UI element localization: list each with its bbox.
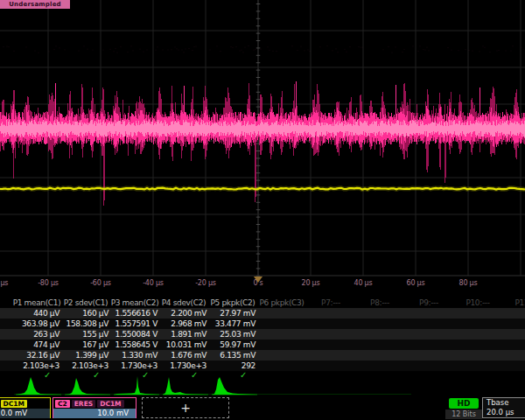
time-axis-label: -60 µs (74, 279, 127, 287)
histicon-P3 (114, 374, 159, 396)
measurement-header-9[interactable]: P9:--- (404, 298, 453, 308)
measurement-header-6[interactable]: P6 pkpk(C3) (257, 298, 306, 308)
measurement-header-3[interactable]: P3 mean(C2) (110, 298, 159, 308)
waveform-display (0, 0, 525, 276)
histicon-P2 (65, 374, 110, 396)
measurement-value: 25.03 mV (208, 329, 257, 340)
measurement-stats-row: 32.16 µV1.399 µV1.330 mV1.676 mV6.135 mV (0, 350, 525, 360)
channel-c1-descriptor[interactable]: DC1M 10.0 mV (0, 397, 51, 418)
measurement-value: 1.730e+3 (159, 360, 208, 371)
histicon-P4 (163, 374, 208, 396)
measurement-value: 59.97 mV (208, 340, 257, 350)
measurement-value: 1.557591 V (110, 318, 159, 329)
c2-eres-badge: ERES (72, 400, 95, 408)
measurement-header-row: P1 mean(C1)P2 sdev(C1)P3 mean(C2)P4 sdev… (0, 298, 525, 308)
measurement-value: 2.968 mV (159, 318, 208, 329)
measurement-stats-row: 2.103e+32.103e+31.730e+31.730e+3292 (0, 360, 525, 371)
c2-label-badge: C2 (55, 400, 70, 408)
measurement-value: 1.556616 V (110, 308, 159, 318)
measurement-value: 2.200 mV (159, 308, 208, 318)
measurement-stats-row: 363.98 µV158.308 µV1.557591 V2.968 mV33.… (0, 318, 525, 329)
plus-icon: + (180, 401, 191, 415)
measurement-header-8[interactable]: P8:--- (355, 298, 404, 308)
measurement-value: 1.676 mV (159, 350, 208, 360)
measurement-stats-row: 474 µV167 µV1.558645 V10.031 mV59.97 mV (0, 340, 525, 350)
measurement-stats-row: 263 µV155 µV1.550084 V1.891 mV25.03 mV (0, 329, 525, 340)
measurement-header-11[interactable]: P11:--- (502, 298, 525, 308)
histicon-P5 (212, 374, 257, 396)
measurement-header-2[interactable]: P2 sdev(C1) (61, 298, 110, 308)
timebase-label: Tbase (483, 398, 525, 408)
time-axis-label: 80 µs (442, 279, 494, 287)
hd-mode-badge[interactable]: HD (449, 398, 479, 409)
c1-coupling-badge: DC1M (1, 400, 27, 408)
measurement-header-10[interactable]: P10:--- (453, 298, 502, 308)
measurement-header-5[interactable]: P5 pkpk(C2) (208, 298, 257, 308)
measurement-value: 1.891 mV (159, 329, 208, 340)
time-axis-label: 40 µs (337, 279, 389, 287)
measurement-value: 2.103e+3 (12, 360, 61, 371)
measurement-value: 155 µV (61, 329, 110, 340)
measurement-table: P1 mean(C1)P2 sdev(C1)P3 mean(C2)P4 sdev… (0, 298, 525, 380)
timebase-descriptor[interactable]: Tbase 20.0 µs (482, 397, 525, 418)
measurement-header-4[interactable]: P4 sdev(C2) (159, 298, 208, 308)
time-axis: -100 µs-80 µs-60 µs-40 µs-20 µs0 s20 µs4… (0, 276, 525, 294)
measurement-value: 6.135 mV (208, 350, 257, 360)
time-axis-label: -20 µs (179, 279, 232, 287)
c2-coupling-badge: DC1M (97, 400, 123, 408)
measurement-stats-row: 440 µV160 µV1.556616 V2.200 mV27.97 mV (0, 308, 525, 318)
measurement-value: 1.330 mV (110, 350, 159, 360)
measurement-value: 33.477 mV (208, 318, 257, 329)
time-axis-label: 20 µs (284, 279, 337, 287)
channel-c2-descriptor[interactable]: C2 ERES DC1M 10.0 mV (52, 397, 136, 418)
measurement-value: 363.98 µV (12, 318, 61, 329)
timebase-value: 20.0 µs (483, 408, 525, 417)
histicon-P1 (16, 374, 61, 396)
measurement-value: 440 µV (12, 308, 61, 318)
time-axis-label: -40 µs (127, 279, 179, 287)
measurement-value: 2.103e+3 (61, 360, 110, 371)
oscilloscope-screen: Undersampled -100 µs-80 µs-60 µs-40 µs-2… (0, 0, 525, 420)
time-axis-label: 60 µs (389, 279, 442, 287)
measurement-value: 1.399 µV (61, 350, 110, 360)
c2-vertical-scale: 10.0 mV (53, 409, 136, 418)
measurement-value: 1.730e+3 (110, 360, 159, 371)
hd-bits-label: 12 Bits (445, 410, 482, 419)
time-axis-label: -80 µs (22, 279, 74, 287)
measurement-value: 160 µV (61, 308, 110, 318)
measurement-value: 1.558645 V (110, 340, 159, 350)
measurement-header-1[interactable]: P1 mean(C1) (12, 298, 61, 308)
trace-layer (0, 46, 525, 206)
status-badge: Undersampled (0, 0, 70, 9)
time-axis-label: -100 µs (0, 279, 22, 287)
measurement-value: 32.16 µV (12, 350, 61, 360)
measurement-value: 1.550084 V (110, 329, 159, 340)
add-trace-button[interactable]: + (142, 397, 229, 418)
measurement-header-7[interactable]: P7:--- (306, 298, 355, 308)
measurement-value: 292 (208, 360, 257, 371)
measurement-value: 10.031 mV (159, 340, 208, 350)
measurement-value: 474 µV (12, 340, 61, 350)
measurement-value: 27.97 mV (208, 308, 257, 318)
measurement-value: 263 µV (12, 329, 61, 340)
c1-vertical-scale: 10.0 mV (0, 409, 50, 418)
measurement-value: 158.308 µV (61, 318, 110, 329)
trigger-position-icon[interactable] (254, 276, 262, 283)
measurement-value: 167 µV (61, 340, 110, 350)
